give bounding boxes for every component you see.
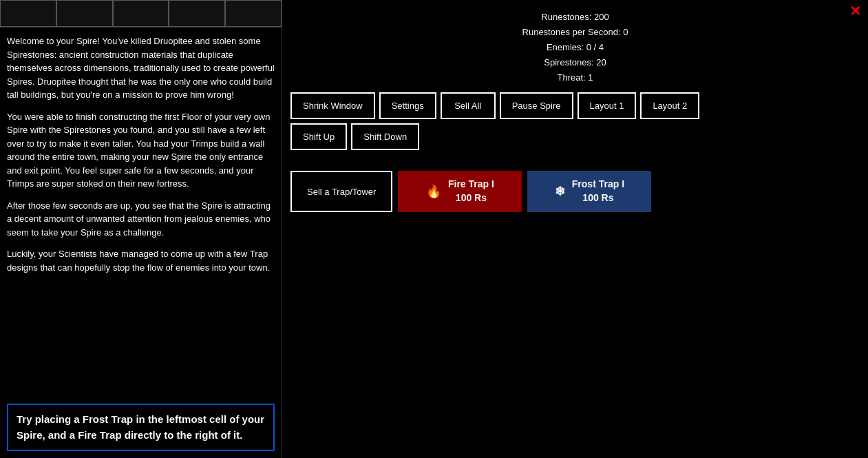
- narrative-para-1: Welcome to your Spire! You've killed Dru…: [7, 34, 275, 102]
- fire-trap-cost: 100 Rs: [456, 191, 487, 205]
- layout1-button[interactable]: Layout 1: [578, 92, 637, 119]
- narrative-para-4: Luckily, your Scientists have managed to…: [7, 247, 275, 274]
- rps-stat: Runestones per Second: 0: [290, 25, 860, 40]
- shrink-window-button[interactable]: Shrink Window: [290, 92, 375, 119]
- runestones-stat: Runestones: 200: [290, 10, 860, 25]
- highlight-box: Try placing a Frost Trap in the leftmost…: [7, 404, 275, 451]
- highlight-text: Try placing a Frost Trap in the leftmost…: [17, 413, 264, 441]
- shift-up-button[interactable]: Shift Up: [290, 123, 347, 150]
- fire-trap-button[interactable]: 🔥 Fire Trap I 100 Rs: [398, 171, 522, 211]
- grid-cell-1[interactable]: [0, 0, 56, 27]
- threat-stat: Threat: 1: [290, 70, 860, 85]
- sell-all-button[interactable]: Sell All: [441, 92, 496, 119]
- main-buttons-row: Shrink Window Settings Sell All Pause Sp…: [290, 92, 860, 119]
- stats-panel: Runestones: 200 Runestones per Second: 0…: [290, 10, 860, 85]
- close-button[interactable]: ✕: [849, 4, 861, 18]
- grid-cell-3[interactable]: [113, 0, 169, 27]
- frost-trap-info: Frost Trap I 100 Rs: [572, 178, 624, 205]
- shift-buttons-row: Shift Up Shift Down: [290, 123, 860, 150]
- frost-trap-button[interactable]: ❄ Frost Trap I 100 Rs: [527, 171, 651, 211]
- narrative-para-2: You were able to finish constructing the…: [7, 110, 275, 191]
- grid-cell-4[interactable]: [169, 0, 225, 27]
- spirestones-stat: Spirestones: 20: [290, 55, 860, 70]
- fire-trap-label: Fire Trap I: [448, 178, 494, 191]
- pause-spire-button[interactable]: Pause Spire: [500, 92, 573, 119]
- frost-trap-label: Frost Trap I: [572, 178, 624, 191]
- grid-cell-2[interactable]: [56, 0, 113, 27]
- layout2-button[interactable]: Layout 2: [640, 92, 699, 119]
- sell-trap-button[interactable]: Sell a Trap/Tower: [290, 171, 392, 211]
- shift-down-button[interactable]: Shift Down: [351, 123, 419, 150]
- settings-button[interactable]: Settings: [379, 92, 436, 119]
- fire-trap-info: Fire Trap I 100 Rs: [448, 178, 494, 205]
- trap-buttons-row: Sell a Trap/Tower 🔥 Fire Trap I 100 Rs ❄…: [290, 171, 860, 211]
- left-panel: Welcome to your Spire! You've killed Dru…: [0, 0, 282, 458]
- spire-grid: [0, 0, 282, 28]
- frost-trap-cost: 100 Rs: [582, 191, 613, 205]
- right-panel: ✕ Runestones: 200 Runestones per Second:…: [282, 0, 868, 458]
- grid-cell-5[interactable]: [225, 0, 282, 27]
- narrative-para-3: After those few seconds are up, you see …: [7, 199, 275, 240]
- fire-trap-icon: 🔥: [426, 184, 441, 199]
- frost-trap-icon: ❄: [555, 184, 565, 199]
- enemies-stat: Enemies: 0 / 4: [290, 40, 860, 55]
- narrative-text: Welcome to your Spire! You've killed Dru…: [0, 28, 282, 397]
